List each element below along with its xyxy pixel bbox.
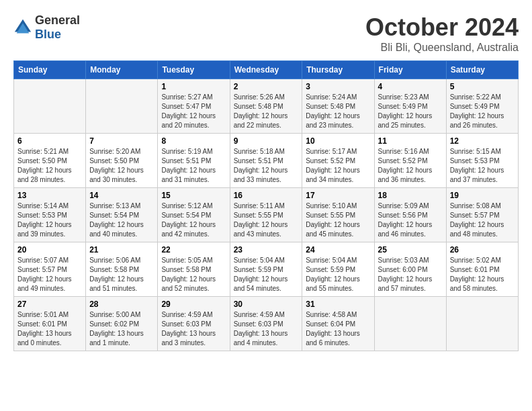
calendar-cell: 13Sunrise: 5:14 AMSunset: 5:53 PMDayligh… xyxy=(14,188,86,242)
header: General Blue October 2024 Bli Bli, Queen… xyxy=(13,13,519,54)
calendar-cell: 4Sunrise: 5:23 AMSunset: 5:49 PMDaylight… xyxy=(374,79,446,134)
calendar-cell xyxy=(374,297,446,351)
day-number: 22 xyxy=(161,245,226,255)
day-info: Sunrise: 4:58 AMSunset: 6:04 PMDaylight:… xyxy=(306,310,370,348)
calendar-cell: 8Sunrise: 5:19 AMSunset: 5:51 PMDaylight… xyxy=(158,134,230,188)
day-info: Sunrise: 5:02 AMSunset: 6:01 PMDaylight:… xyxy=(450,256,515,293)
calendar-cell: 28Sunrise: 5:00 AMSunset: 6:02 PMDayligh… xyxy=(86,297,158,351)
calendar-body: 1Sunrise: 5:27 AMSunset: 5:47 PMDaylight… xyxy=(14,79,519,351)
title-area: October 2024 Bli Bli, Queensland, Austra… xyxy=(365,13,519,54)
calendar-cell: 10Sunrise: 5:17 AMSunset: 5:52 PMDayligh… xyxy=(302,134,374,188)
weekday-header-row: Sunday Monday Tuesday Wednesday Thursday… xyxy=(14,61,519,79)
calendar-week-5: 27Sunrise: 5:01 AMSunset: 6:01 PMDayligh… xyxy=(14,297,519,351)
day-info: Sunrise: 5:27 AMSunset: 5:47 PMDaylight:… xyxy=(161,93,226,130)
day-info: Sunrise: 5:16 AMSunset: 5:52 PMDaylight:… xyxy=(378,147,443,185)
day-info: Sunrise: 5:08 AMSunset: 5:57 PMDaylight:… xyxy=(450,201,515,239)
month-title: October 2024 xyxy=(365,13,519,42)
day-info: Sunrise: 5:12 AMSunset: 5:54 PMDaylight:… xyxy=(161,201,226,239)
calendar-cell: 20Sunrise: 5:07 AMSunset: 5:57 PMDayligh… xyxy=(14,242,86,297)
day-number: 26 xyxy=(450,245,515,255)
day-info: Sunrise: 4:59 AMSunset: 6:03 PMDaylight:… xyxy=(234,310,299,348)
day-info: Sunrise: 5:15 AMSunset: 5:53 PMDaylight:… xyxy=(450,147,515,185)
calendar-header: Sunday Monday Tuesday Wednesday Thursday… xyxy=(14,61,519,79)
header-saturday: Saturday xyxy=(446,61,518,79)
calendar-cell: 19Sunrise: 5:08 AMSunset: 5:57 PMDayligh… xyxy=(446,188,518,242)
day-info: Sunrise: 5:10 AMSunset: 5:55 PMDaylight:… xyxy=(306,201,370,239)
day-info: Sunrise: 5:14 AMSunset: 5:53 PMDaylight:… xyxy=(17,201,82,239)
calendar-cell: 3Sunrise: 5:24 AMSunset: 5:48 PMDaylight… xyxy=(302,79,374,134)
header-monday: Monday xyxy=(86,61,158,79)
calendar-week-3: 13Sunrise: 5:14 AMSunset: 5:53 PMDayligh… xyxy=(14,188,519,242)
calendar-cell: 1Sunrise: 5:27 AMSunset: 5:47 PMDaylight… xyxy=(158,79,230,134)
location-title: Bli Bli, Queensland, Australia xyxy=(365,42,519,54)
day-number: 28 xyxy=(89,300,154,309)
day-info: Sunrise: 5:03 AMSunset: 6:00 PMDaylight:… xyxy=(378,256,443,293)
day-info: Sunrise: 5:26 AMSunset: 5:48 PMDaylight:… xyxy=(234,93,299,130)
calendar-cell: 14Sunrise: 5:13 AMSunset: 5:54 PMDayligh… xyxy=(86,188,158,242)
day-number: 25 xyxy=(378,245,443,255)
header-friday: Friday xyxy=(374,61,446,79)
logo-blue: Blue xyxy=(35,28,61,41)
day-number: 17 xyxy=(306,191,370,200)
day-number: 16 xyxy=(234,191,299,200)
day-info: Sunrise: 5:13 AMSunset: 5:54 PMDaylight:… xyxy=(89,201,154,239)
day-number: 3 xyxy=(306,82,370,91)
day-number: 2 xyxy=(234,82,299,91)
day-info: Sunrise: 5:06 AMSunset: 5:58 PMDaylight:… xyxy=(89,256,154,293)
logo-text: General Blue xyxy=(35,13,80,42)
day-info: Sunrise: 5:01 AMSunset: 6:01 PMDaylight:… xyxy=(17,310,82,348)
day-number: 1 xyxy=(161,82,226,91)
day-info: Sunrise: 5:20 AMSunset: 5:50 PMDaylight:… xyxy=(89,147,154,185)
day-info: Sunrise: 5:09 AMSunset: 5:56 PMDaylight:… xyxy=(378,201,443,239)
day-number: 5 xyxy=(450,82,515,91)
calendar-cell: 6Sunrise: 5:21 AMSunset: 5:50 PMDaylight… xyxy=(14,134,86,188)
day-info: Sunrise: 5:07 AMSunset: 5:57 PMDaylight:… xyxy=(17,256,82,293)
day-info: Sunrise: 5:00 AMSunset: 6:02 PMDaylight:… xyxy=(89,310,154,348)
calendar-cell: 22Sunrise: 5:05 AMSunset: 5:58 PMDayligh… xyxy=(158,242,230,297)
calendar-cell: 12Sunrise: 5:15 AMSunset: 5:53 PMDayligh… xyxy=(446,134,518,188)
day-info: Sunrise: 5:17 AMSunset: 5:52 PMDaylight:… xyxy=(306,147,370,185)
calendar-cell: 9Sunrise: 5:18 AMSunset: 5:51 PMDaylight… xyxy=(230,134,302,188)
calendar-table: Sunday Monday Tuesday Wednesday Thursday… xyxy=(13,60,519,351)
header-wednesday: Wednesday xyxy=(230,61,302,79)
calendar-cell: 17Sunrise: 5:10 AMSunset: 5:55 PMDayligh… xyxy=(302,188,374,242)
day-number: 8 xyxy=(161,136,226,146)
day-number: 9 xyxy=(234,136,299,146)
calendar-cell: 31Sunrise: 4:58 AMSunset: 6:04 PMDayligh… xyxy=(302,297,374,351)
day-number: 21 xyxy=(89,245,154,255)
calendar-cell: 15Sunrise: 5:12 AMSunset: 5:54 PMDayligh… xyxy=(158,188,230,242)
calendar-cell: 25Sunrise: 5:03 AMSunset: 6:00 PMDayligh… xyxy=(374,242,446,297)
calendar-cell: 2Sunrise: 5:26 AMSunset: 5:48 PMDaylight… xyxy=(230,79,302,134)
day-info: Sunrise: 5:23 AMSunset: 5:49 PMDaylight:… xyxy=(378,93,443,130)
day-number: 6 xyxy=(17,136,82,146)
logo-general: General xyxy=(35,13,80,27)
day-info: Sunrise: 5:04 AMSunset: 5:59 PMDaylight:… xyxy=(234,256,299,293)
calendar-cell xyxy=(86,79,158,134)
day-number: 20 xyxy=(17,245,82,255)
day-number: 27 xyxy=(17,300,82,309)
calendar-cell: 7Sunrise: 5:20 AMSunset: 5:50 PMDaylight… xyxy=(86,134,158,188)
calendar-cell: 21Sunrise: 5:06 AMSunset: 5:58 PMDayligh… xyxy=(86,242,158,297)
calendar-cell: 23Sunrise: 5:04 AMSunset: 5:59 PMDayligh… xyxy=(230,242,302,297)
calendar-cell: 24Sunrise: 5:04 AMSunset: 5:59 PMDayligh… xyxy=(302,242,374,297)
day-number: 13 xyxy=(17,191,82,200)
day-info: Sunrise: 5:24 AMSunset: 5:48 PMDaylight:… xyxy=(306,93,370,130)
day-number: 15 xyxy=(161,191,226,200)
calendar-cell: 11Sunrise: 5:16 AMSunset: 5:52 PMDayligh… xyxy=(374,134,446,188)
header-thursday: Thursday xyxy=(302,61,374,79)
header-tuesday: Tuesday xyxy=(158,61,230,79)
calendar-week-2: 6Sunrise: 5:21 AMSunset: 5:50 PMDaylight… xyxy=(14,134,519,188)
calendar-cell xyxy=(446,297,518,351)
calendar-cell: 18Sunrise: 5:09 AMSunset: 5:56 PMDayligh… xyxy=(374,188,446,242)
day-number: 18 xyxy=(378,191,443,200)
day-info: Sunrise: 5:19 AMSunset: 5:51 PMDaylight:… xyxy=(161,147,226,185)
calendar-cell: 30Sunrise: 4:59 AMSunset: 6:03 PMDayligh… xyxy=(230,297,302,351)
day-number: 30 xyxy=(234,300,299,309)
day-info: Sunrise: 5:22 AMSunset: 5:49 PMDaylight:… xyxy=(450,93,515,130)
day-number: 11 xyxy=(378,136,443,146)
day-info: Sunrise: 5:21 AMSunset: 5:50 PMDaylight:… xyxy=(17,147,82,185)
day-number: 31 xyxy=(306,300,370,309)
calendar-cell: 26Sunrise: 5:02 AMSunset: 6:01 PMDayligh… xyxy=(446,242,518,297)
calendar-cell xyxy=(14,79,86,134)
day-info: Sunrise: 5:04 AMSunset: 5:59 PMDaylight:… xyxy=(306,256,370,293)
